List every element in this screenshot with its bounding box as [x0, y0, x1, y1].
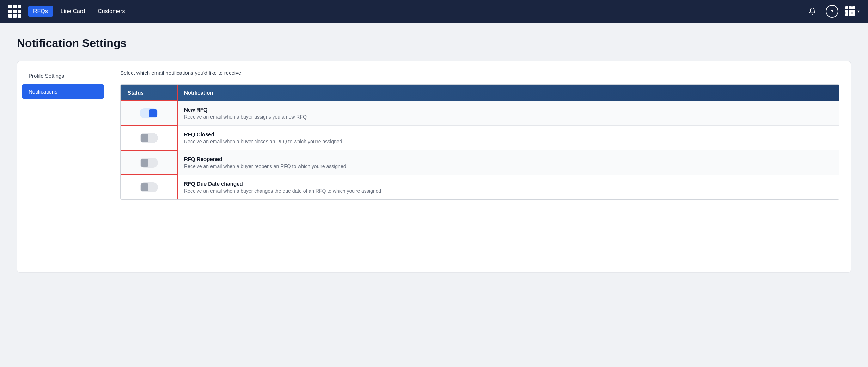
notif-cell-rfq-closed: RFQ Closed Receive an email when a buyer… — [177, 126, 839, 150]
toggle-cell-new-rfq — [121, 101, 177, 125]
page-content: Notification Settings Profile Settings N… — [0, 23, 868, 287]
notif-title-new-rfq: New RFQ — [184, 107, 832, 113]
nav-item-rfqs[interactable]: RFQs — [28, 6, 53, 17]
toggle-rfq-due-date[interactable] — [140, 182, 158, 192]
toggle-cell-rfq-due-date — [121, 175, 177, 199]
toggle-cell-rfq-closed — [121, 126, 177, 150]
notif-desc-rfq-due-date: Receive an email when a buyer changes th… — [184, 188, 832, 194]
notif-desc-rfq-closed: Receive an email when a buyer closes an … — [184, 139, 832, 144]
header-notification: Notification — [177, 85, 839, 101]
bell-icon[interactable] — [806, 5, 819, 18]
notif-cell-new-rfq: New RFQ Receive an email when a buyer as… — [177, 101, 839, 125]
nav-icons: ? ▾ — [806, 5, 860, 18]
notif-desc-new-rfq: Receive an email when a buyer assigns yo… — [184, 114, 832, 120]
toggle-rfq-reopened[interactable] — [140, 158, 158, 168]
settings-card: Profile Settings Notifications Select wh… — [17, 61, 851, 273]
description-text: Select which email notifications you'd l… — [120, 70, 839, 76]
help-icon[interactable]: ? — [826, 5, 838, 18]
sidebar-item-profile[interactable]: Profile Settings — [22, 68, 104, 83]
table-row: New RFQ Receive an email when a buyer as… — [121, 101, 839, 125]
header-status: Status — [121, 85, 177, 101]
table-row: RFQ Closed Receive an email when a buyer… — [121, 125, 839, 150]
notif-title-rfq-reopened: RFQ Reopened — [184, 156, 832, 162]
user-avatar[interactable]: ▾ — [845, 6, 860, 16]
notif-title-rfq-closed: RFQ Closed — [184, 131, 832, 137]
nav-item-linecard[interactable]: Line Card — [56, 6, 90, 17]
app-logo — [8, 5, 21, 18]
table-header: Status Notification — [121, 85, 839, 101]
sidebar-item-notifications[interactable]: Notifications — [22, 84, 104, 99]
main-content: Select which email notifications you'd l… — [109, 61, 851, 272]
page-title: Notification Settings — [17, 37, 851, 50]
notif-desc-rfq-reopened: Receive an email when a buyer reopens an… — [184, 163, 832, 169]
notif-title-rfq-due-date: RFQ Due Date changed — [184, 181, 832, 187]
notif-cell-rfq-due-date: RFQ Due Date changed Receive an email wh… — [177, 175, 839, 199]
nav-item-customers[interactable]: Customers — [93, 6, 130, 17]
notif-cell-rfq-reopened: RFQ Reopened Receive an email when a buy… — [177, 150, 839, 175]
settings-sidebar: Profile Settings Notifications — [17, 61, 109, 272]
table-row: RFQ Reopened Receive an email when a buy… — [121, 150, 839, 175]
notifications-table: Status Notification New RFQ Rece — [120, 84, 839, 200]
avatar-chevron-icon: ▾ — [857, 9, 860, 14]
toggle-rfq-closed[interactable] — [140, 133, 158, 143]
table-row: RFQ Due Date changed Receive an email wh… — [121, 175, 839, 199]
navbar: RFQs Line Card Customers ? ▾ — [0, 0, 868, 23]
toggle-cell-rfq-reopened — [121, 150, 177, 175]
toggle-new-rfq[interactable] — [140, 108, 158, 118]
